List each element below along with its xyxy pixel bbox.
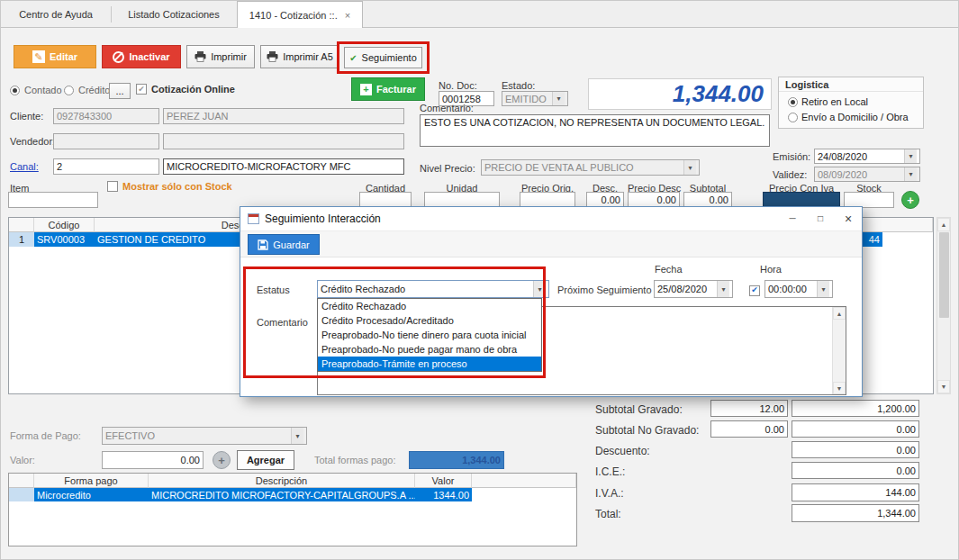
document-total-display: 1,344.00 — [588, 78, 772, 110]
envio-domicilio-label: Envío a Domicilio / Obra — [801, 112, 909, 122]
stock-filter-checkbox[interactable] — [107, 181, 118, 192]
window-form-icon — [248, 213, 259, 224]
estado-dropdown[interactable]: EMITIDO▾ — [502, 91, 568, 106]
cliente-code-field[interactable]: 0927843300 — [53, 108, 159, 124]
dropdown-option[interactable]: Preaprobado-No puede pagar mano de obra — [318, 342, 541, 357]
estado-label: Estado: — [502, 80, 535, 91]
grid-header-codigo[interactable]: Código — [34, 218, 95, 232]
proximo-fecha-picker[interactable]: 25/08/2020▾ — [654, 280, 733, 298]
vendedor-name-field[interactable] — [163, 133, 404, 149]
row-number-cell[interactable]: 1 — [9, 232, 34, 247]
payments-header-filler — [472, 474, 576, 488]
subtotal-no-gravado-value: 0.00 — [792, 420, 919, 438]
grid-scrollbar: ▲ ▼ — [936, 217, 951, 394]
scroll-up-button[interactable]: ▲ — [937, 218, 950, 231]
scroll-down-button[interactable]: ▼ — [937, 380, 950, 393]
subtotal-no-gravado-qty: 0.00 — [710, 420, 788, 438]
cliente-label: Cliente: — [10, 111, 43, 122]
envio-domicilio-group[interactable]: Envío a Domicilio / Obra — [788, 112, 909, 122]
subtotal-no-gravado-label: Subtotal No Gravado: — [595, 424, 699, 437]
cliente-name-field[interactable]: PEREZ JUAN — [163, 108, 404, 124]
payment-row-selector[interactable] — [9, 488, 34, 501]
seguimiento-button[interactable]: ✔ Seguimiento — [344, 47, 422, 68]
agregar-button[interactable]: Agregar — [237, 450, 294, 470]
nivel-precio-label: Nivel Precio: — [420, 163, 475, 174]
retiro-local-group[interactable]: Retiro en Local — [788, 96, 868, 107]
hora-picker[interactable]: 00:00:00▾ — [764, 280, 833, 298]
comentario-field[interactable]: ESTO ES UNA COTIZACION, NO REPRESENTA UN… — [420, 114, 770, 147]
ice-value: 0.00 — [792, 462, 919, 479]
guardar-button[interactable]: Guardar — [248, 234, 320, 255]
total-formas-pago-field: 1,344.00 — [409, 451, 504, 469]
estatus-combobox[interactable]: Crédito Rechazado▾ — [317, 280, 549, 298]
close-button[interactable]: × — [835, 209, 862, 228]
emision-date-picker[interactable]: 24/08/2020▾ — [814, 149, 920, 164]
imprimir-a5-button[interactable]: Imprimir A5 — [260, 45, 339, 68]
valor-field[interactable]: 0.00 — [102, 451, 204, 469]
nivel-precio-dropdown[interactable]: PRECIO DE VENTA AL PUBLICO▾ — [481, 159, 700, 176]
dialog-titlebar[interactable]: Seguimiento Interacción ─ □ × — [240, 207, 862, 230]
stock-filter-group[interactable]: Mostrar sólo con Stock — [107, 181, 232, 192]
envio-domicilio-radio[interactable] — [788, 113, 798, 122]
edit-pencil-icon: ✎ — [32, 50, 45, 63]
canal-name-field[interactable]: MICROCREDITO-MICROFACTORY MFC — [163, 158, 404, 175]
dots-button[interactable]: ... — [109, 83, 131, 99]
logistica-panel: Logistica Retiro en Local Envío a Domici… — [778, 77, 924, 129]
chevron-down-icon: ▾ — [291, 428, 303, 444]
payments-header-forma[interactable]: Forma pago — [34, 474, 149, 488]
dropdown-option[interactable]: Crédito Procesado/Acreditado — [318, 313, 541, 328]
tab-cotizacion-active[interactable]: 1410 - Cotización ::. × — [237, 1, 363, 28]
forma-pago-label: Forma de Pago: — [10, 430, 81, 441]
iva-value: 144.00 — [792, 483, 919, 501]
vendedor-code-field[interactable] — [53, 133, 159, 149]
stock-filter-label: Mostrar sólo con Stock — [122, 181, 232, 192]
payments-table: Forma pago Descripción Valor Microcredit… — [8, 473, 577, 546]
item-code-entry[interactable] — [8, 192, 98, 208]
cotizacion-online-checkbox[interactable]: ✔ — [136, 84, 147, 95]
add-item-button[interactable]: + — [901, 191, 919, 209]
inactivar-button[interactable]: Inactivar — [102, 45, 181, 68]
add-payment-button[interactable]: + — [213, 451, 231, 469]
payment-forma-cell[interactable]: Microcredito — [34, 488, 149, 501]
credito-radio[interactable] — [64, 86, 74, 95]
dropdown-option-selected[interactable]: Preaprobado-Trámite en proceso — [318, 357, 541, 371]
canal-code-field[interactable]: 2 — [53, 158, 159, 175]
maximize-button[interactable]: □ — [807, 209, 834, 228]
tab-label: 1410 - Cotización ::. — [249, 10, 338, 21]
payment-row-selected[interactable]: Microcredito MICROCREDITO MICROFACTORY-C… — [9, 488, 576, 501]
payment-descripcion-cell[interactable]: MICROCREDITO MICROFACTORY-CAPITALGROUPS.… — [149, 488, 415, 501]
retiro-local-radio[interactable] — [788, 97, 798, 107]
payments-header-descripcion[interactable]: Descripción — [149, 474, 415, 488]
tab-label: Centro de Ayuda — [19, 9, 93, 20]
validez-date-picker[interactable]: 08/09/2020▾ — [814, 167, 920, 182]
comentario-label: Comentario — [257, 317, 308, 328]
canal-link[interactable]: Canal: — [10, 161, 39, 172]
minimize-button[interactable]: ─ — [779, 209, 806, 228]
editar-button[interactable]: ✎ Editar — [14, 45, 96, 68]
facturar-button[interactable]: + Facturar — [351, 77, 425, 101]
dropdown-option[interactable]: Crédito Rechazado — [318, 299, 541, 313]
tab-centro-ayuda[interactable]: Centro de Ayuda — [1, 1, 111, 28]
estatus-label: Estatus — [257, 285, 290, 295]
tab-listado-cotizaciones[interactable]: Listado Cotizaciones — [112, 1, 236, 28]
forma-pago-dropdown[interactable]: EFECTIVO▾ — [102, 427, 307, 445]
grid-header-selector — [9, 218, 34, 232]
scroll-down-button[interactable]: ▼ — [833, 382, 846, 394]
cotizacion-online-group[interactable]: ✔ Cotización Online — [136, 84, 235, 95]
payments-header-valor[interactable]: Valor — [415, 474, 472, 488]
dropdown-option[interactable]: Preaprobado-No tiene dinero para cuota i… — [318, 328, 541, 342]
codigo-cell[interactable]: SRV00003 — [34, 232, 95, 247]
credito-radio-group[interactable]: Crédito — [64, 85, 110, 95]
imprimir-button[interactable]: Imprimir — [186, 45, 255, 68]
hora-checkbox[interactable]: ✔ — [749, 285, 760, 296]
payment-valor-cell[interactable]: 1344.00 — [415, 488, 472, 501]
tab-close-icon[interactable]: × — [345, 10, 350, 21]
contado-radio[interactable] — [10, 86, 20, 95]
app-window: Centro de Ayuda Listado Cotizaciones 141… — [0, 0, 959, 560]
total-formas-pago-label: Total formas pago: — [314, 455, 396, 465]
dialog-toolbar — [240, 230, 862, 257]
contado-radio-group[interactable]: Contado — [10, 85, 62, 95]
textarea-scrollbar: ▲ ▼ — [832, 307, 846, 394]
scroll-up-button[interactable]: ▲ — [833, 307, 846, 320]
scrollbar-thumb[interactable] — [939, 232, 949, 318]
